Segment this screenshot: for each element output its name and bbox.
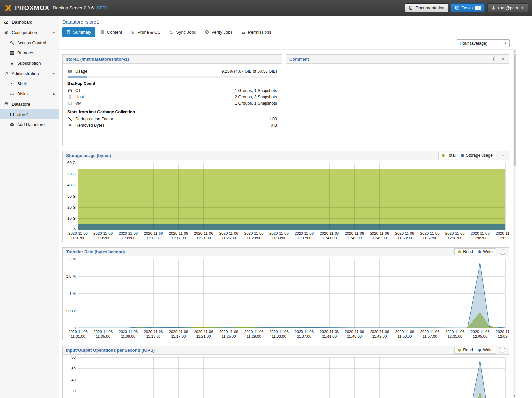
comment-panel-tools bbox=[492, 57, 505, 61]
gauge-icon bbox=[4, 20, 9, 25]
comment-panel-header: Comment bbox=[286, 55, 509, 64]
transfer-rate-panel: Transfer Rate (bytes/second) Read Write … bbox=[62, 247, 509, 340]
legend-dot bbox=[478, 349, 481, 352]
svg-text:12:09:00: 12:09:00 bbox=[498, 236, 509, 240]
beta-link[interactable]: BETA bbox=[97, 6, 108, 10]
collapse-panel-icon[interactable]: − bbox=[500, 348, 505, 353]
svg-text:11:21:00: 11:21:00 bbox=[196, 334, 211, 338]
svg-text:20 G: 20 G bbox=[67, 205, 76, 209]
svg-text:2020-11-06: 2020-11-06 bbox=[269, 330, 289, 334]
transfer-rate-header-right: Read Write − bbox=[454, 248, 505, 255]
sync-icon bbox=[169, 30, 174, 34]
removed-bytes-value: 0 B bbox=[271, 123, 277, 128]
comment-panel-body[interactable] bbox=[286, 64, 509, 72]
svg-text:2020-11-06: 2020-11-06 bbox=[68, 231, 88, 235]
sidebar-item-datastore[interactable]: Datastore bbox=[0, 99, 59, 109]
sidebar-item-store1[interactable]: store1 bbox=[0, 109, 59, 119]
tasks-count-badge: 1 bbox=[475, 6, 481, 10]
legend-item-write[interactable]: Write bbox=[478, 249, 493, 254]
time-range-select[interactable]: Hour (average) ▼ bbox=[457, 39, 510, 47]
svg-text:2020-11-06: 2020-11-06 bbox=[93, 330, 113, 334]
sidebar-item-administration[interactable]: Administration ▼ bbox=[0, 68, 59, 79]
tasks-button[interactable]: Tasks 1 bbox=[451, 3, 485, 12]
svg-text:11:09:00: 11:09:00 bbox=[121, 236, 135, 240]
legend-item-storage-usage[interactable]: Storage usage bbox=[461, 153, 493, 158]
sidebar-item-dashboard[interactable]: Dashboard bbox=[0, 17, 59, 27]
sidebar-item-subscription[interactable]: Subscription bbox=[0, 58, 59, 68]
svg-text:2020-11-06: 2020-11-06 bbox=[471, 330, 490, 334]
chart-toolbar: Hour (average) ▼ bbox=[59, 37, 516, 50]
backup-count-heading: Backup Count bbox=[67, 81, 277, 86]
gc-stats-heading: Stats from last Garbage Collection bbox=[67, 110, 277, 114]
status-panel-header: store1 (/mnt/datastores/store1) bbox=[63, 55, 282, 64]
sidebar-item-access-control[interactable]: Access Control bbox=[0, 38, 59, 48]
main-area: Datastore: store1 Summary Content Prune … bbox=[59, 16, 516, 398]
svg-text:2020-11-06: 2020-11-06 bbox=[370, 231, 389, 235]
tab-prune-gc[interactable]: Prune & GC bbox=[127, 27, 164, 37]
sidebar-item-configuration[interactable]: Configuration ▼ bbox=[0, 27, 59, 38]
usage-progress-fill bbox=[68, 76, 87, 78]
collapse-panel-icon[interactable]: − bbox=[500, 153, 505, 158]
svg-text:11:57:00: 11:57:00 bbox=[423, 334, 437, 338]
iops-panel: Input/Output Operations per Second (IOPS… bbox=[62, 346, 509, 398]
sidebar-item-remotes[interactable]: Remotes bbox=[0, 48, 59, 58]
svg-text:11:21:00: 11:21:00 bbox=[196, 236, 211, 240]
svg-text:11:57:00: 11:57:00 bbox=[423, 236, 437, 240]
legend-item-total[interactable]: Total bbox=[442, 153, 455, 158]
svg-text:11:33:00: 11:33:00 bbox=[272, 334, 286, 338]
scroll-down-arrow[interactable]: ▼ bbox=[513, 394, 516, 398]
host-label: Host bbox=[75, 95, 84, 99]
vertical-scrollbar[interactable]: ▲ ▼ bbox=[513, 50, 516, 398]
reload-icon[interactable] bbox=[492, 57, 497, 61]
svg-text:2020-11-06: 2020-11-06 bbox=[119, 330, 138, 334]
svg-text:11:25:00: 11:25:00 bbox=[222, 236, 236, 240]
summary-row: store1 (/mnt/datastores/store1) Usage 9.… bbox=[62, 54, 509, 146]
svg-text:2020-11-06: 2020-11-06 bbox=[295, 330, 314, 334]
documentation-button[interactable]: Documentation bbox=[405, 3, 448, 12]
user-menu-button[interactable]: root@pam ▼ bbox=[487, 3, 528, 12]
expanded-arrow-icon[interactable]: ▼ bbox=[53, 72, 55, 75]
documentation-label: Documentation bbox=[415, 5, 444, 10]
svg-text:2020-11-06: 2020-11-06 bbox=[169, 231, 188, 235]
svg-text:2020-11-06: 2020-11-06 bbox=[345, 330, 364, 334]
collapsed-arrow-icon[interactable]: ▶ bbox=[53, 92, 55, 96]
legend-item-read[interactable]: Read bbox=[458, 348, 473, 352]
svg-text:12:01:00: 12:01:00 bbox=[447, 236, 462, 240]
svg-text:2020-11-06: 2020-11-06 bbox=[395, 330, 414, 334]
svg-text:11:45:00: 11:45:00 bbox=[347, 334, 362, 338]
svg-text:2020-11-06: 2020-11-06 bbox=[169, 330, 188, 334]
tab-label: Permissions bbox=[248, 30, 271, 35]
terminal-icon: >_ bbox=[9, 82, 15, 86]
gear-icon[interactable] bbox=[501, 57, 505, 61]
tasks-label: Tasks bbox=[462, 5, 473, 10]
legend-item-write[interactable]: Write bbox=[478, 348, 493, 352]
collapse-panel-icon[interactable]: − bbox=[500, 249, 505, 255]
tab-summary[interactable]: Summary bbox=[62, 27, 95, 37]
iops-header: Input/Output Operations per Second (IOPS… bbox=[63, 346, 509, 355]
trash-icon bbox=[67, 123, 73, 128]
svg-text:1.5 M: 1.5 M bbox=[66, 274, 76, 278]
content-area: store1 (/mnt/datastores/store1) Usage 9.… bbox=[59, 50, 516, 398]
sidebar-item-label: Remotes bbox=[17, 50, 34, 55]
building-icon bbox=[67, 95, 73, 99]
svg-text:2020-11-06: 2020-11-06 bbox=[144, 231, 163, 235]
tab-verify-jobs[interactable]: Verify Jobs bbox=[201, 27, 236, 37]
legend-label: Write bbox=[483, 348, 493, 352]
gear-icon bbox=[4, 30, 9, 35]
tab-content[interactable]: Content bbox=[96, 27, 126, 37]
svg-text:2020-11-06: 2020-11-06 bbox=[219, 231, 238, 235]
expanded-arrow-icon[interactable]: ▼ bbox=[53, 31, 55, 34]
sidebar-item-disks[interactable]: Disks ▶ bbox=[0, 89, 59, 99]
svg-text:11:49:00: 11:49:00 bbox=[372, 334, 387, 338]
svg-text:11:41:00: 11:41:00 bbox=[322, 334, 337, 338]
svg-text:30 G: 30 G bbox=[67, 194, 76, 198]
svg-text:2020-11-06: 2020-11-06 bbox=[445, 231, 465, 235]
tab-permissions[interactable]: Permissions bbox=[237, 27, 275, 37]
legend-item-read[interactable]: Read bbox=[458, 249, 473, 254]
scroll-up-arrow[interactable]: ▲ bbox=[513, 50, 516, 53]
sidebar-item-add-datastore[interactable]: Add Datastore bbox=[0, 119, 59, 130]
sidebar-item-shell[interactable]: >_ Shell bbox=[0, 79, 59, 89]
svg-text:12:09:00: 12:09:00 bbox=[498, 334, 509, 338]
scrollbar-thumb[interactable] bbox=[514, 54, 516, 166]
tab-sync-jobs[interactable]: Sync Jobs bbox=[165, 27, 200, 37]
